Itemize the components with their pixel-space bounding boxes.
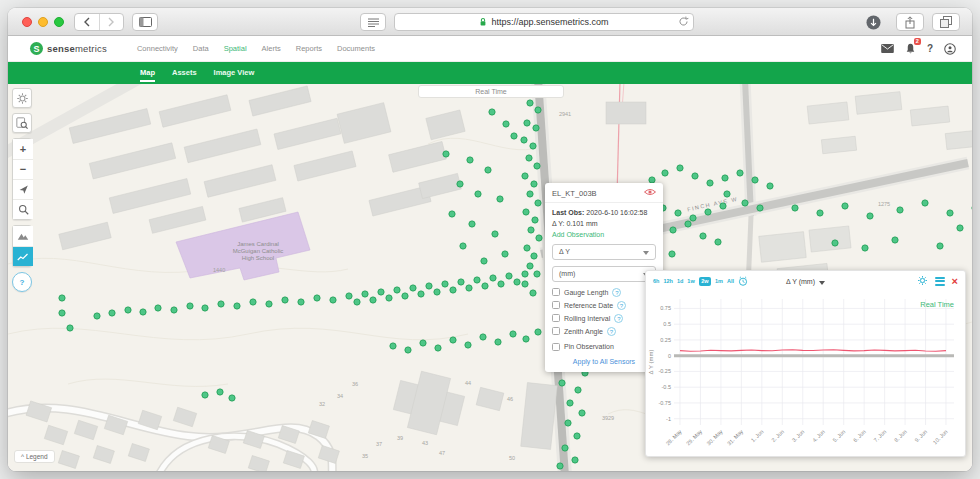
sensor-dot[interactable] <box>531 181 537 187</box>
sensor-dot[interactable] <box>418 291 424 297</box>
sensor-dot[interactable] <box>532 217 538 223</box>
sensor-dot[interactable] <box>475 191 481 197</box>
sensor-dot[interactable] <box>662 170 668 176</box>
address-bar[interactable]: https://app.sensemetrics.com <box>394 13 694 31</box>
sensor-dot[interactable] <box>346 293 352 299</box>
sensor-dot[interactable] <box>675 210 681 216</box>
sensor-dot[interactable] <box>109 310 115 316</box>
sensor-dot[interactable] <box>485 167 491 173</box>
sensor-dot[interactable] <box>692 173 698 179</box>
checkbox-reference-date[interactable] <box>552 301 560 309</box>
sensor-dot[interactable] <box>466 285 472 291</box>
sensor-dot[interactable] <box>202 305 208 311</box>
sensor-dot[interactable] <box>489 109 495 115</box>
sensor-dot[interactable] <box>490 275 496 281</box>
help-circle-icon[interactable]: ? <box>612 288 621 297</box>
timeseries-chart[interactable]: 28. May29. May30. May31. May1. Jun2. Jun… <box>646 291 965 455</box>
zoom-out-button[interactable]: − <box>13 159 33 179</box>
zoom-to-area-button[interactable] <box>12 113 32 133</box>
sensor-dot[interactable] <box>897 207 903 213</box>
sensor-dot[interactable] <box>557 463 563 469</box>
sensor-dot[interactable] <box>94 313 100 319</box>
sensor-dot[interactable] <box>354 299 360 305</box>
sensor-dot[interactable] <box>202 392 208 398</box>
sensor-dot[interactable] <box>187 303 193 309</box>
notifications-button[interactable]: 2 <box>905 43 916 55</box>
checkbox-pin-observation[interactable] <box>552 343 560 351</box>
sensor-dot[interactable] <box>527 191 533 197</box>
sensor-dot[interactable] <box>514 279 520 285</box>
sensor-dot[interactable] <box>757 205 763 211</box>
sensor-dot[interactable] <box>67 325 73 331</box>
zoom-in-button[interactable]: + <box>13 139 33 159</box>
sensor-dot[interactable] <box>458 279 464 285</box>
sensor-dot[interactable] <box>234 303 240 309</box>
sensor-dot[interactable] <box>792 205 798 211</box>
chart-menu-button[interactable] <box>935 277 945 286</box>
sensor-dot[interactable] <box>503 121 509 127</box>
sensor-dot[interactable] <box>742 200 748 206</box>
sensor-dot[interactable] <box>524 120 530 126</box>
sensor-dot[interactable] <box>707 180 713 186</box>
help-circle-icon[interactable]: ? <box>617 301 626 310</box>
tab-overview-button[interactable] <box>932 13 960 31</box>
sensor-dot[interactable] <box>562 445 568 451</box>
custom-range-clock-button[interactable] <box>738 272 748 290</box>
sensor-dot[interactable] <box>125 307 131 313</box>
sensor-dot[interactable] <box>522 271 528 277</box>
chart-settings-button[interactable] <box>917 272 928 290</box>
brand-logo[interactable]: S sensemetrics <box>30 42 107 55</box>
nav-item-data[interactable]: Data <box>193 44 209 53</box>
sensor-dot[interactable] <box>498 281 504 287</box>
sensor-dot[interactable] <box>526 155 532 161</box>
nav-item-reports[interactable]: Reports <box>296 44 322 53</box>
messages-button[interactable] <box>881 44 894 53</box>
sensor-dot[interactable] <box>842 203 848 209</box>
nav-item-connectivity[interactable]: Connectivity <box>137 44 178 53</box>
sensor-dot[interactable] <box>523 209 529 215</box>
sensor-dot[interactable] <box>405 347 411 353</box>
sensor-dot[interactable] <box>530 143 536 149</box>
apply-all-sensors-link[interactable]: Apply to All Sensors <box>552 358 656 365</box>
sensor-dot[interactable] <box>386 295 392 301</box>
map-mode-pill[interactable]: Real Time <box>418 85 564 98</box>
sensor-dot[interactable] <box>506 273 512 279</box>
sensor-dot[interactable] <box>482 283 488 289</box>
sensor-dot[interactable] <box>59 295 65 301</box>
sensor-dot[interactable] <box>670 227 676 233</box>
back-button[interactable] <box>75 14 99 30</box>
sensor-dot[interactable] <box>705 209 711 215</box>
sensor-dot[interactable] <box>690 215 696 221</box>
forward-button[interactable] <box>99 14 123 30</box>
sensor-dot[interactable] <box>420 340 426 346</box>
subnav-tab-assets[interactable]: Assets <box>172 64 197 82</box>
sensor-dot[interactable] <box>443 151 449 157</box>
sensor-dot[interactable] <box>497 196 503 202</box>
traffic-minimize-button[interactable] <box>38 17 48 27</box>
sensor-dot[interactable] <box>957 225 963 231</box>
range-1w-button[interactable]: 1w <box>687 278 694 284</box>
sensor-dot[interactable] <box>474 277 480 283</box>
sensor-dot[interactable] <box>531 253 537 259</box>
map-search-button[interactable] <box>13 199 33 219</box>
metric-select[interactable]: Δ Y <box>552 244 656 260</box>
terrain-button[interactable] <box>13 226 33 246</box>
sensor-dot[interactable] <box>390 343 396 349</box>
sensor-dot[interactable] <box>140 309 146 315</box>
sensor-dot[interactable] <box>536 235 542 241</box>
downloads-button[interactable] <box>860 14 886 30</box>
sensor-dot[interactable] <box>450 287 456 293</box>
sensor-dot[interactable] <box>669 251 675 257</box>
sensor-dot[interactable] <box>523 336 529 342</box>
sensor-dot[interactable] <box>892 237 898 243</box>
sensor-dot[interactable] <box>426 283 432 289</box>
sensor-dot[interactable] <box>467 157 473 163</box>
sensor-dot[interactable] <box>442 281 448 287</box>
sensor-dot[interactable] <box>530 290 536 296</box>
sensor-dot[interactable] <box>282 297 288 303</box>
sensor-dot[interactable] <box>533 125 539 131</box>
sensor-dot[interactable] <box>677 165 683 171</box>
sensor-dot[interactable] <box>330 297 336 303</box>
sensor-dot[interactable] <box>685 221 691 227</box>
sensor-dot[interactable] <box>832 240 838 246</box>
